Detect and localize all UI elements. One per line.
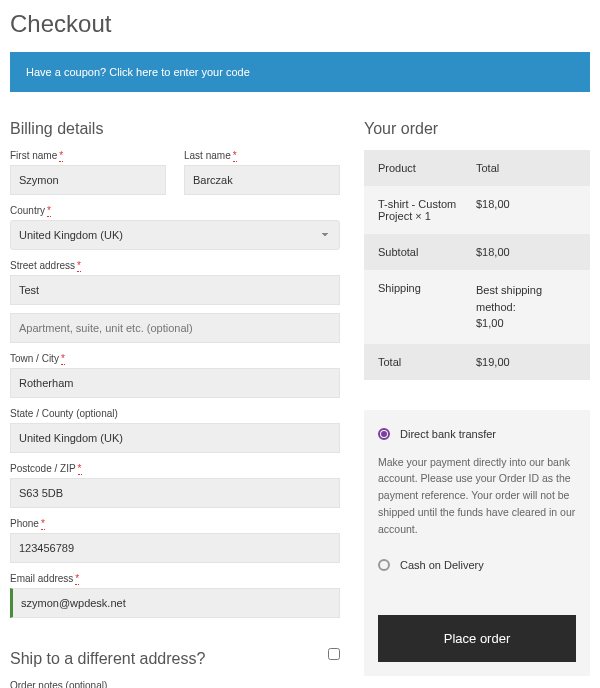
city-label: Town / City* [10, 353, 340, 364]
payment-methods: Direct bank transfer Make your payment d… [364, 410, 590, 677]
coupon-link[interactable]: Click here to enter your code [109, 66, 250, 78]
subtotal-value: $18,00 [476, 246, 576, 258]
country-select[interactable]: United Kingdom (UK) [10, 220, 340, 250]
order-item-name: T-shirt - Custom Project × 1 [378, 198, 476, 222]
order-item-total: $18,00 [476, 198, 576, 222]
payment-bank-desc: Make your payment directly into our bank… [378, 444, 576, 556]
total-value: $19,00 [476, 356, 576, 368]
radio-unselected-icon [378, 559, 390, 571]
email-label: Email address* [10, 573, 340, 584]
shipping-label: Shipping [378, 282, 476, 332]
place-order-button[interactable]: Place order [378, 615, 576, 662]
payment-bank-option[interactable]: Direct bank transfer [378, 424, 576, 444]
last-name-label: Last name* [184, 150, 340, 161]
state-input[interactable] [10, 423, 340, 453]
state-label: State / County (optional) [10, 408, 340, 419]
shipping-value: Best shipping method: $1,00 [476, 282, 576, 332]
first-name-label: First name* [10, 150, 166, 161]
postcode-label: Postcode / ZIP* [10, 463, 340, 474]
order-notes-label: Order notes (optional) [10, 680, 340, 688]
email-input[interactable] [10, 588, 340, 618]
payment-cod-option[interactable]: Cash on Delivery [378, 555, 576, 575]
phone-input[interactable] [10, 533, 340, 563]
country-label: Country* [10, 205, 340, 216]
street-input-1[interactable] [10, 275, 340, 305]
total-label: Total [378, 356, 476, 368]
order-head-product: Product [378, 162, 476, 174]
coupon-prompt: Have a coupon? [26, 66, 106, 78]
order-heading: Your order [364, 120, 590, 138]
radio-selected-icon [378, 428, 390, 440]
street-input-2[interactable] [10, 313, 340, 343]
city-input[interactable] [10, 368, 340, 398]
subtotal-label: Subtotal [378, 246, 476, 258]
billing-heading: Billing details [10, 120, 340, 138]
coupon-notice: Have a coupon? Click here to enter your … [10, 52, 590, 92]
first-name-input[interactable] [10, 165, 166, 195]
order-summary: Product Total T-shirt - Custom Project ×… [364, 150, 590, 380]
ship-diff-heading: Ship to a different address? [10, 650, 205, 668]
order-head-total: Total [476, 162, 576, 174]
postcode-input[interactable] [10, 478, 340, 508]
phone-label: Phone* [10, 518, 340, 529]
ship-diff-checkbox[interactable] [328, 648, 340, 660]
page-title: Checkout [10, 10, 590, 38]
last-name-input[interactable] [184, 165, 340, 195]
street-label: Street address* [10, 260, 340, 271]
